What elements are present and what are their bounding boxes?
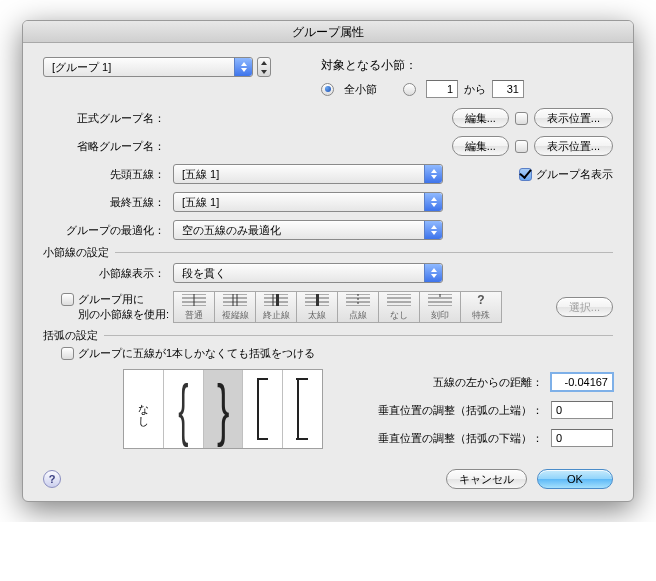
barline-opt-tick[interactable]: 刻印 [419,291,461,323]
target-heading: 対象となる小節： [321,57,524,74]
chevron-updown-icon [424,221,442,239]
optimize-popup[interactable]: 空の五線のみ最適化 [173,220,443,240]
stepper-up-icon[interactable] [258,58,270,67]
full-group-name-label: 正式グループ名： [43,111,173,126]
optimize-label: グループの最適化： [43,223,173,238]
range-to-label: から [464,82,486,97]
top-staff-value: [五線 1] [182,167,219,182]
ok-button[interactable]: OK [537,469,613,489]
show-group-name-label: グループ名表示 [536,167,613,182]
square-bracket-icon [254,377,272,441]
barline-display-value: 段を貫く [182,266,226,281]
barline-opt-final[interactable]: 終止線 [255,291,297,323]
bracket-opt-none[interactable]: なし [124,370,164,448]
edit-abbr-name-button[interactable]: 編集... [452,136,509,156]
position-abbr-name-button[interactable]: 表示位置... [534,136,613,156]
barline-select-button[interactable]: 選択... [556,297,613,317]
barline-display-popup[interactable]: 段を貫く [173,263,443,283]
radio-all-measures[interactable] [321,83,334,96]
chevron-updown-icon [424,165,442,183]
bracket-opt-square[interactable] [243,370,283,448]
window-title: グループ属性 [23,21,633,43]
barline-display-label: 小節線表示： [43,266,173,281]
optimize-value: 空の五線のみ最適化 [182,223,281,238]
radio-range-measures[interactable] [403,83,416,96]
use-alt-barline-checkbox[interactable] [61,293,74,306]
left-distance-label: 五線の左からの距離： [433,375,551,390]
radio-all-label: 全小節 [344,82,377,97]
barline-opt-normal[interactable]: 普通 [173,291,215,323]
help-button[interactable]: ? [43,470,61,488]
barline-opt-none[interactable]: なし [378,291,420,323]
always-bracket-label: グループに五線が1本しかなくても括弧をつける [78,346,315,361]
cancel-button[interactable]: キャンセル [446,469,527,489]
bracket-opt-desk[interactable] [283,370,322,448]
bracket-style-gallery: なし { } [123,369,323,449]
range-to-field[interactable]: 31 [492,80,524,98]
bracket-section: 括弧の設定 グループに五線が1本しかなくても括弧をつける なし { } [43,335,613,455]
bracket-opt-brace[interactable]: { [164,370,204,448]
brace-icon: { [178,375,188,443]
group-selector-popup[interactable]: [グループ 1] [43,57,253,77]
group-selector-value: [グループ 1] [52,60,111,75]
bottom-staff-popup[interactable]: [五線 1] [173,192,443,212]
desk-bracket-icon [294,377,312,441]
edit-full-name-button[interactable]: 編集... [452,108,509,128]
position-full-name-button[interactable]: 表示位置... [534,108,613,128]
top-adjust-label: 垂直位置の調整（括弧の上端）： [378,403,551,418]
bottom-staff-value: [五線 1] [182,195,219,210]
range-from-field[interactable]: 1 [426,80,458,98]
chevron-updown-icon [234,58,252,76]
use-alt-barline-label-1: グループ用に [78,293,144,305]
chevron-updown-icon [424,264,442,282]
bottom-adjust-field[interactable]: 0 [551,429,613,447]
abbr-group-name-label: 省略グループ名： [43,139,173,154]
show-group-name-checkbox[interactable] [519,168,532,181]
barline-style-gallery: 普通 複縦線 終止線 太線 点線 なし 刻印 ?特殊 [173,291,502,323]
curly-brace-icon: } [217,375,229,443]
bracket-none-label: なし [136,396,151,422]
barline-section-label: 小節線の設定 [43,245,115,260]
chevron-updown-icon [424,193,442,211]
abbr-name-visible-checkbox[interactable] [515,140,528,153]
top-staff-label: 先頭五線： [43,167,173,182]
always-bracket-checkbox[interactable] [61,347,74,360]
barline-opt-thick[interactable]: 太線 [296,291,338,323]
barline-opt-double[interactable]: 複縦線 [214,291,256,323]
full-name-visible-checkbox[interactable] [515,112,528,125]
top-adjust-field[interactable]: 0 [551,401,613,419]
svg-rect-21 [316,294,319,306]
barline-section: 小節線の設定 小節線表示： 段を貫く グループ用に 別の小節線を使用: [43,252,613,323]
group-stepper[interactable] [257,57,271,77]
stepper-down-icon[interactable] [258,67,270,76]
barline-opt-custom[interactable]: ?特殊 [460,291,502,323]
left-distance-field[interactable]: -0.04167 [551,373,613,391]
bottom-staff-label: 最終五線： [43,195,173,210]
bracket-section-label: 括弧の設定 [43,328,104,343]
barline-opt-dashed[interactable]: 点線 [337,291,379,323]
group-attributes-dialog: グループ属性 [グループ 1] 対象となる小節： 全小節 [22,20,634,502]
svg-rect-16 [276,294,279,306]
use-alt-barline-label-2: 別の小節線を使用: [78,308,169,320]
top-staff-popup[interactable]: [五線 1] [173,164,443,184]
bottom-adjust-label: 垂直位置の調整（括弧の下端）： [378,431,551,446]
bracket-opt-curly[interactable]: } [204,370,244,448]
